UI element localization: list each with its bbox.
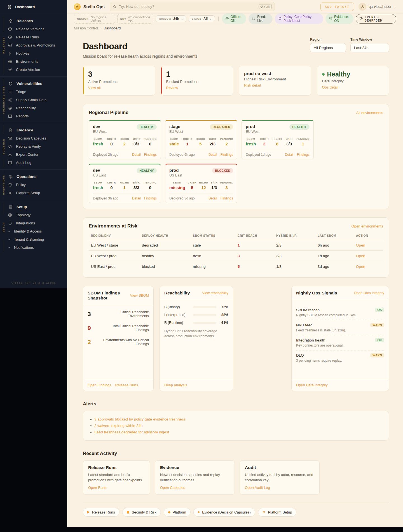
legend-chip-security-risk[interactable]: Security & Risk (122, 508, 161, 517)
sidebar-item-releases[interactable]: Releases (0, 17, 67, 25)
status-pill-feed-live[interactable]: Feed: Live (249, 13, 273, 24)
risk-table-row-us-east-prod: US East / prodblockedmissing51/33d ago O… (89, 261, 383, 272)
sidebar-item-export-center[interactable]: Export Center (0, 150, 67, 159)
status-pill-offline-ok[interactable]: Offline: OK (222, 13, 247, 24)
sidebar-item-decision-capsules[interactable]: Decision Capsules (0, 134, 67, 142)
findings-link[interactable]: Findings (297, 153, 310, 157)
status-pill-evidence-on[interactable]: Evidence: ON (325, 13, 354, 24)
status-pill-events-degraded[interactable]: EVENTS: DEGRADED (356, 14, 396, 24)
sidebar-item-evidence[interactable]: Evidence (0, 126, 67, 134)
sidebar-item-identity-access[interactable]: Identity & Access (0, 227, 67, 235)
alerts-title: Alerts (83, 401, 389, 407)
findings-link[interactable]: Findings (144, 196, 157, 200)
detail-link[interactable]: Detail (285, 153, 294, 157)
pipeline-card-dev-eu-west[interactable]: dev EU West HEALTHY SBOM fresh CRITR 0 H… (89, 120, 161, 159)
alert-link-2-waivers-expiring-within-24h[interactable]: 2 waivers expiring within 24h (94, 424, 143, 428)
open-link[interactable]: Open (356, 243, 383, 247)
view-all-link[interactable]: View all (88, 86, 101, 90)
add-target-button[interactable]: ADD TARGET (320, 3, 354, 11)
pipeline-card-stage-eu-west[interactable]: stage EU West DEGRADED SBOM stale CRITR … (165, 120, 237, 159)
sidebar-item-release-runs[interactable]: Release Runs (0, 33, 67, 41)
sidebar-item-audit-log[interactable]: Audit Log (0, 159, 67, 167)
deployed-time: Deployed 3h ago (93, 196, 118, 200)
sidebar-item-create-version[interactable]: Create Version (0, 66, 67, 74)
status-pill-policy-core-policy-pack-latest[interactable]: Policy: Core Policy Pack latest (275, 13, 323, 24)
sidebar-item-reports[interactable]: Reports (0, 112, 67, 120)
detail-link[interactable]: Detail (208, 153, 217, 157)
window-select-chip[interactable]: WINDOW 24h ⌄ (156, 15, 186, 22)
user-menu[interactable]: qa-visual-user ⌄ (359, 3, 396, 11)
bullet-icon (90, 419, 92, 420)
sidebar-item-platform-setup[interactable]: Platform Setup (0, 189, 67, 197)
detail-link[interactable]: Detail (132, 153, 141, 157)
signal-row-nvd-feed: NVD feed WARN Feed freshness is stale (3… (296, 320, 384, 335)
pipeline-card-prod-eu-west[interactable]: prod EU West HEALTHY SBOM fresh CRITR 3 … (242, 120, 314, 159)
legend-chip-release-runs[interactable]: Release Runs (83, 508, 120, 517)
sidebar-item-reachability[interactable]: Reachability (0, 104, 67, 112)
risk-detail-link[interactable]: Risk detail (244, 83, 261, 87)
sidebar-item-release-versions[interactable]: Release Versions (0, 25, 67, 33)
breadcrumb-mission-control[interactable]: Mission Control (74, 26, 98, 30)
deep-analysis-link[interactable]: Deep analysis (164, 383, 187, 387)
open-capsules-link[interactable]: Open Capsules (160, 485, 185, 490)
sidebar-item-integrations[interactable]: Integrations (0, 219, 67, 227)
sidebar-item-topology[interactable]: Topology (0, 211, 67, 219)
pipeline-card-prod-us-east[interactable]: prod US East BLOCKED SBOM missing CRITR … (165, 164, 237, 203)
region-filter-select[interactable]: All Regions (310, 43, 346, 52)
sbom-stat-environments-with-no-critical-findings: 2 Environments with No Critical Findings (88, 338, 149, 346)
alert-link-feed-freshness-degraded-for-advisory-ingest[interactable]: Feed freshness degraded for advisory ing… (94, 430, 169, 434)
findings-link[interactable]: Findings (144, 153, 157, 157)
deployed-time: Deployed 6h ago (169, 153, 195, 157)
open-link[interactable]: Open (356, 254, 383, 258)
sidebar-item-vulnerabilities[interactable]: Vulnerabilities (0, 80, 67, 88)
sidebar-item-operations[interactable]: Operations (0, 173, 67, 181)
review-link[interactable]: Review (166, 86, 178, 90)
sidebar-item-approvals-promotions[interactable]: Approvals & Promotions (0, 41, 67, 49)
legend-chip-platform-setup[interactable]: ⚙ Platform Setup (258, 508, 297, 517)
time-window-filter-select[interactable]: Last 24h (350, 43, 389, 52)
search-input[interactable] (119, 4, 259, 9)
sidebar-item-tenant-branding[interactable]: Tenant & Branding (0, 235, 67, 243)
open-data-integrity-footer-link[interactable]: Open Data Integrity (296, 383, 328, 387)
sidebar-group-vulnerabilities: VULNERABILITIES Vulnerabilities Triage S… (0, 76, 67, 123)
legend-chip-platform[interactable]: Platform (164, 508, 191, 517)
metric-b-i-r: B/I/R 1/3 (211, 181, 217, 190)
global-search[interactable]: Ctrl+K (110, 2, 275, 11)
alert-item: 2 waivers expiring within 24h (90, 422, 381, 429)
open-runs-link[interactable]: Open Runs (88, 485, 107, 490)
sbom-stat-total-critical-reachable-findings: 9 Total Critical Reachable Findings (88, 324, 149, 332)
stage-select-chip[interactable]: STAGE All ⌄ (189, 15, 215, 22)
legend-chip-evidence-decision-capsules[interactable]: Evidence (Decision Capsules) (193, 508, 255, 517)
sidebar-item-dashboard[interactable]: Dashboard (0, 0, 67, 14)
sidebar-item-supply-chain-data[interactable]: Supply-Chain Data (0, 96, 67, 104)
open-findings-link[interactable]: Open Findings (88, 383, 111, 387)
sidebar-item-setup[interactable]: Setup (0, 203, 67, 211)
open-audit-log-link[interactable]: Open Audit Log (245, 485, 270, 490)
open-link[interactable]: Open (356, 264, 383, 269)
metric-b-i-r: B/I/R 3/3 (286, 137, 292, 146)
sidebar-item-environments[interactable]: Environments (0, 57, 67, 66)
view-sbom-link[interactable]: View SBOM (130, 294, 149, 298)
sidebar-item-policy[interactable]: Policy (0, 181, 67, 189)
sidebar: Dashboard RELEASES Releases Release Vers… (0, 0, 67, 288)
open-environments-link[interactable]: Open environments (352, 224, 383, 228)
ops-detail-link[interactable]: Ops detail (322, 85, 339, 89)
sidebar-group-releases: RELEASES Releases Release Versions Relea… (0, 14, 67, 76)
alert-link-3-approvals-blocked-by-policy-gate-evidence-freshness[interactable]: 3 approvals blocked by policy gate evide… (94, 417, 186, 421)
sbom-stats: 3 Critical Reachable Environments 9 Tota… (83, 305, 153, 379)
pipeline-cards: dev EU West HEALTHY SBOM fresh CRITR 0 H… (89, 120, 383, 203)
view-reachability-link[interactable]: View reachability (202, 291, 228, 295)
open-data-integrity-link[interactable]: Open Data Integrity (354, 291, 384, 295)
sidebar-item-notifications[interactable]: Notifications (0, 243, 67, 252)
shield-check-icon (329, 17, 332, 20)
pipeline-card-dev-us-east[interactable]: dev US East HEALTHY SBOM fresh CRITR 0 H… (89, 164, 161, 203)
detail-link[interactable]: Detail (132, 196, 141, 200)
findings-link[interactable]: Findings (221, 153, 233, 157)
detail-link[interactable]: Detail (208, 196, 217, 200)
findings-link[interactable]: Findings (221, 196, 233, 200)
all-environments-link[interactable]: All environments (356, 111, 383, 115)
sidebar-item-hotfixes[interactable]: Hotfixes (0, 49, 67, 57)
sidebar-item-replay-verify[interactable]: Replay & Verify (0, 142, 67, 150)
release-runs-link[interactable]: Release Runs (115, 383, 138, 387)
sidebar-item-triage[interactable]: Triage (0, 88, 67, 96)
